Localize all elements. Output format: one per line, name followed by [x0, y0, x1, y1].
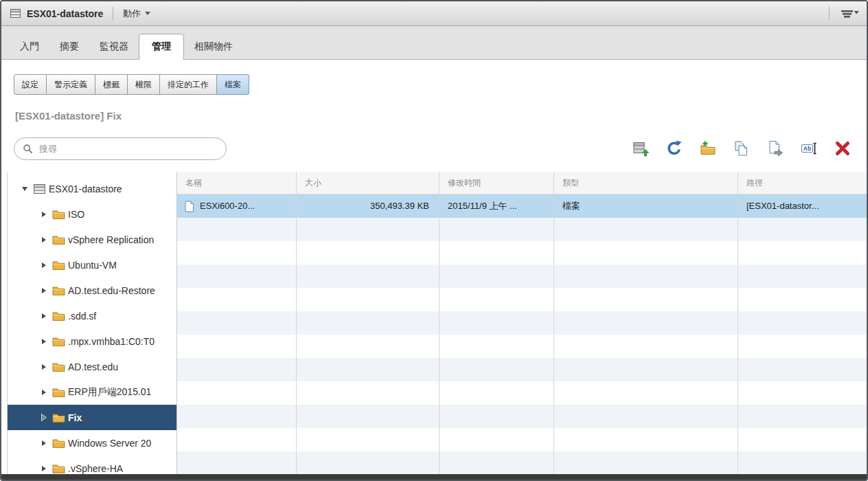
chevron-down-icon: [145, 12, 150, 15]
table-empty-row: [177, 335, 867, 358]
empty-cell: [554, 428, 738, 451]
empty-cell: [297, 241, 439, 265]
delete-file-icon: [834, 140, 851, 157]
subtab-permissions[interactable]: 權限: [128, 74, 160, 95]
chevron-collapsed-icon[interactable]: [42, 212, 46, 217]
search-box[interactable]: [14, 137, 227, 160]
empty-cell: [554, 265, 738, 288]
empty-cell: [738, 381, 867, 405]
empty-cell: [297, 335, 439, 358]
tab-related-objects[interactable]: 相關物件: [184, 34, 243, 59]
chevron-collapsed-icon[interactable]: [42, 440, 46, 446]
empty-cell: [738, 428, 867, 451]
tab-getting-started[interactable]: 入門: [10, 34, 49, 59]
search-input[interactable]: [39, 144, 218, 154]
empty-cell: [177, 311, 297, 335]
new-folder-button[interactable]: [699, 139, 717, 157]
empty-cell: [554, 405, 738, 428]
tree-item-label: Ubuntu-VM: [68, 260, 117, 271]
subtab-settings[interactable]: 設定: [14, 74, 47, 95]
empty-cell: [439, 288, 554, 311]
chevron-collapsed-icon[interactable]: [41, 413, 47, 422]
empty-cell: [177, 405, 297, 428]
divider: [829, 7, 830, 21]
datastore-icon: [33, 183, 46, 194]
chevron-collapsed-icon[interactable]: [42, 313, 46, 319]
tree-item-windows-server[interactable]: Windows Server 20: [8, 430, 176, 456]
empty-cell: [439, 381, 554, 405]
empty-cell: [439, 218, 554, 241]
tab-summary[interactable]: 摘要: [49, 34, 89, 59]
copy-file-button[interactable]: [733, 139, 751, 157]
tree-root-datastore[interactable]: ESX01-datastore: [8, 176, 176, 201]
tree-item-ad-test-edu[interactable]: AD.test.edu: [8, 354, 176, 379]
rename-file-icon: Ab: [801, 140, 817, 157]
tree-item-ubuntu-vm[interactable]: Ubuntu-VM: [8, 252, 176, 278]
table-empty-row: [177, 265, 867, 288]
chevron-collapsed-icon[interactable]: [42, 390, 46, 395]
empty-cell: [177, 265, 297, 288]
tab-manage[interactable]: 管理: [139, 34, 184, 60]
rename-file-button[interactable]: Ab: [800, 139, 818, 157]
empty-cell: [177, 335, 297, 358]
empty-cell: [297, 405, 439, 428]
chevron-expanded-icon[interactable]: [22, 187, 27, 191]
upload-to-datastore-button[interactable]: [632, 139, 650, 157]
tree-item-fix[interactable]: Fix: [8, 405, 176, 430]
svg-text:Ab: Ab: [803, 145, 811, 152]
tree-item-iso[interactable]: ISO: [8, 201, 176, 227]
tree-item-erp-client-2015[interactable]: ERP用戶端2015.01: [8, 379, 176, 405]
chevron-collapsed-icon[interactable]: [42, 262, 46, 268]
column-header-path[interactable]: 路徑: [738, 172, 867, 194]
tab-monitor[interactable]: 監視器: [89, 34, 139, 59]
tree-item-vsphere-replication[interactable]: vSphere Replication: [8, 227, 176, 252]
empty-cell: [177, 218, 297, 241]
file-name-cell: ESXi600-20...: [177, 194, 297, 218]
table-empty-row: [177, 218, 867, 241]
tree-item-label: AD.test.edu-Restore: [68, 285, 155, 296]
refresh-button[interactable]: [665, 139, 683, 157]
empty-cell: [439, 358, 554, 381]
table-empty-row: [177, 358, 867, 381]
file-table: 名稱 大小 修改時間 類型 路徑 ESXi600-20... 350,493.3…: [177, 172, 867, 474]
empty-cell: [738, 265, 867, 288]
chevron-collapsed-icon[interactable]: [42, 466, 46, 471]
manage-subtab-bar: 設定 警示定義 標籤 權限 排定的工作 檔案: [14, 74, 249, 95]
column-header-size[interactable]: 大小: [297, 172, 439, 194]
tree-item-sdd-sf[interactable]: .sdd.sf: [8, 303, 176, 328]
file-name: ESXi600-20...: [200, 194, 255, 218]
column-header-name[interactable]: 名稱: [177, 172, 297, 194]
chevron-collapsed-icon[interactable]: [42, 364, 46, 370]
window-layout-menu-icon[interactable]: [839, 8, 860, 20]
bottom-window-edge: [1, 474, 867, 480]
actions-menu-label: 動作: [123, 8, 141, 20]
tree-item-mpx-vmhba1[interactable]: .mpx.vmhba1:C0:T0: [8, 328, 176, 354]
empty-cell: [738, 241, 867, 265]
empty-cell: [554, 381, 738, 405]
delete-file-button[interactable]: [834, 139, 852, 157]
subtab-tags[interactable]: 標籤: [95, 74, 128, 95]
move-file-button[interactable]: [766, 139, 784, 157]
actions-menu-button[interactable]: 動作: [123, 8, 150, 20]
empty-cell: [554, 358, 738, 381]
chevron-collapsed-icon[interactable]: [42, 339, 46, 344]
subtab-alarm-definitions[interactable]: 警示定義: [47, 74, 95, 95]
tree-item-ad-test-edu-restore[interactable]: AD.test.edu-Restore: [8, 278, 176, 303]
subtab-scheduled-tasks[interactable]: 排定的工作: [160, 74, 217, 95]
column-header-modified[interactable]: 修改時間: [439, 172, 554, 194]
chevron-collapsed-icon[interactable]: [42, 288, 46, 293]
chevron-collapsed-icon[interactable]: [42, 237, 46, 243]
empty-cell: [439, 311, 554, 335]
empty-cell: [738, 311, 867, 335]
column-header-type[interactable]: 類型: [554, 172, 738, 194]
empty-cell: [554, 451, 738, 474]
tree-item-vsphere-ha[interactable]: .vSphere-HA: [8, 456, 176, 474]
table-row[interactable]: ESXi600-20... 350,493.39 KB 2015/11/9 上午…: [177, 194, 867, 218]
empty-cell: [738, 335, 867, 358]
empty-cell: [439, 241, 554, 265]
tree-item-label: vSphere Replication: [68, 234, 154, 245]
empty-cell: [177, 428, 297, 451]
subtab-files[interactable]: 檔案: [217, 74, 249, 95]
table-empty-row: [177, 311, 867, 335]
file-type-cell: 檔案: [554, 194, 738, 218]
